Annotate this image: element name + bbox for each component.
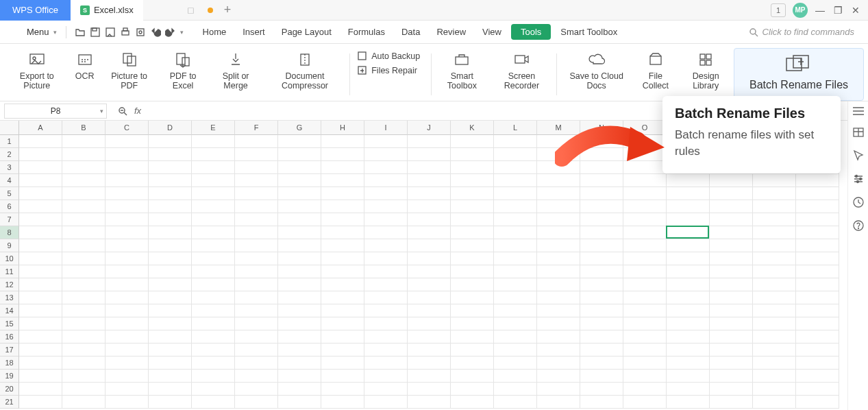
cell[interactable] xyxy=(364,343,408,357)
chevron-down-icon[interactable]: ▾ xyxy=(100,108,103,114)
cell[interactable] xyxy=(62,278,106,291)
cell[interactable] xyxy=(106,357,149,370)
cell[interactable] xyxy=(667,330,710,343)
row-header[interactable]: 20 xyxy=(0,383,19,396)
cell[interactable] xyxy=(580,278,623,291)
cell[interactable] xyxy=(451,213,494,226)
cell[interactable] xyxy=(537,291,580,304)
cell[interactable] xyxy=(62,213,106,226)
minimize-button[interactable]: — xyxy=(815,5,826,16)
cell[interactable] xyxy=(192,265,235,278)
menu-button[interactable]: Menu ▾ xyxy=(7,23,63,40)
cell[interactable] xyxy=(149,148,192,161)
cell[interactable] xyxy=(623,148,667,161)
cell[interactable] xyxy=(408,383,451,396)
cell[interactable] xyxy=(580,252,623,265)
cell[interactable] xyxy=(710,396,753,409)
cell[interactable] xyxy=(580,291,623,304)
cell[interactable] xyxy=(667,370,710,383)
menu-tab-insert[interactable]: Insert xyxy=(236,24,272,40)
cell[interactable] xyxy=(364,135,408,148)
row-header[interactable]: 11 xyxy=(0,265,19,278)
cell[interactable] xyxy=(321,226,364,239)
cell[interactable] xyxy=(796,239,839,252)
cell[interactable] xyxy=(321,370,364,383)
cell[interactable] xyxy=(623,161,667,174)
cell[interactable] xyxy=(235,278,278,291)
row-header[interactable]: 8 xyxy=(0,226,19,239)
cell[interactable] xyxy=(408,174,451,187)
cell[interactable] xyxy=(19,213,62,226)
cell[interactable] xyxy=(408,135,451,148)
cell[interactable] xyxy=(278,148,321,161)
cell[interactable] xyxy=(667,343,710,357)
cell[interactable] xyxy=(364,239,408,252)
cell[interactable] xyxy=(580,330,623,343)
redo-icon[interactable] xyxy=(165,27,176,38)
cell[interactable] xyxy=(106,343,149,357)
cell[interactable] xyxy=(796,213,839,226)
row-header[interactable]: 1 xyxy=(0,135,19,148)
cell[interactable] xyxy=(494,304,537,317)
cell[interactable] xyxy=(62,226,106,239)
cell[interactable] xyxy=(192,187,235,200)
cell[interactable] xyxy=(192,239,235,252)
cell[interactable] xyxy=(580,213,623,226)
cell[interactable] xyxy=(149,213,192,226)
cell[interactable] xyxy=(278,278,321,291)
cell[interactable] xyxy=(19,265,62,278)
cell[interactable] xyxy=(62,396,106,409)
cell[interactable] xyxy=(321,396,364,409)
cell[interactable] xyxy=(494,396,537,409)
cell[interactable] xyxy=(192,383,235,396)
cell[interactable] xyxy=(408,343,451,357)
cell[interactable] xyxy=(62,330,106,343)
cell[interactable] xyxy=(106,317,149,330)
cell[interactable] xyxy=(192,343,235,357)
row-header[interactable]: 9 xyxy=(0,239,19,252)
cell[interactable] xyxy=(710,213,753,226)
cell[interactable] xyxy=(451,343,494,357)
column-header[interactable]: I xyxy=(364,121,408,135)
cell[interactable] xyxy=(106,396,149,409)
cell[interactable] xyxy=(667,174,710,187)
cell[interactable] xyxy=(364,357,408,370)
cell[interactable] xyxy=(796,370,839,383)
cell[interactable] xyxy=(278,304,321,317)
split-or-merge-button[interactable]: Split or Merge xyxy=(209,48,263,101)
cell[interactable] xyxy=(62,252,106,265)
cell[interactable] xyxy=(149,239,192,252)
cell[interactable] xyxy=(408,370,451,383)
cell[interactable] xyxy=(408,317,451,330)
cell[interactable] xyxy=(19,174,62,187)
cell[interactable] xyxy=(364,226,408,239)
maximize-button[interactable]: ❐ xyxy=(832,5,843,16)
cell[interactable] xyxy=(623,187,667,200)
cell[interactable] xyxy=(278,239,321,252)
smart-toolbox-button[interactable]: Smart Toolbox xyxy=(434,48,490,101)
cell[interactable] xyxy=(19,278,62,291)
cell[interactable] xyxy=(278,161,321,174)
row-header[interactable]: 4 xyxy=(0,174,19,187)
history-icon[interactable] xyxy=(852,196,865,208)
cell[interactable] xyxy=(321,343,364,357)
cell[interactable] xyxy=(494,343,537,357)
cell[interactable] xyxy=(710,383,753,396)
cell[interactable] xyxy=(494,370,537,383)
cell[interactable] xyxy=(796,291,839,304)
cell[interactable] xyxy=(537,174,580,187)
cell[interactable] xyxy=(580,200,623,213)
cell[interactable] xyxy=(321,304,364,317)
cell[interactable] xyxy=(753,383,796,396)
menu-tab-home[interactable]: Home xyxy=(196,24,234,40)
ocr-button[interactable]: OCR xyxy=(69,48,101,101)
cell[interactable] xyxy=(235,148,278,161)
cell[interactable] xyxy=(494,174,537,187)
cell[interactable] xyxy=(408,161,451,174)
cell[interactable] xyxy=(753,252,796,265)
cell[interactable] xyxy=(753,265,796,278)
cell[interactable] xyxy=(710,317,753,330)
cell[interactable] xyxy=(710,252,753,265)
cell[interactable] xyxy=(623,226,667,239)
cell[interactable] xyxy=(278,252,321,265)
